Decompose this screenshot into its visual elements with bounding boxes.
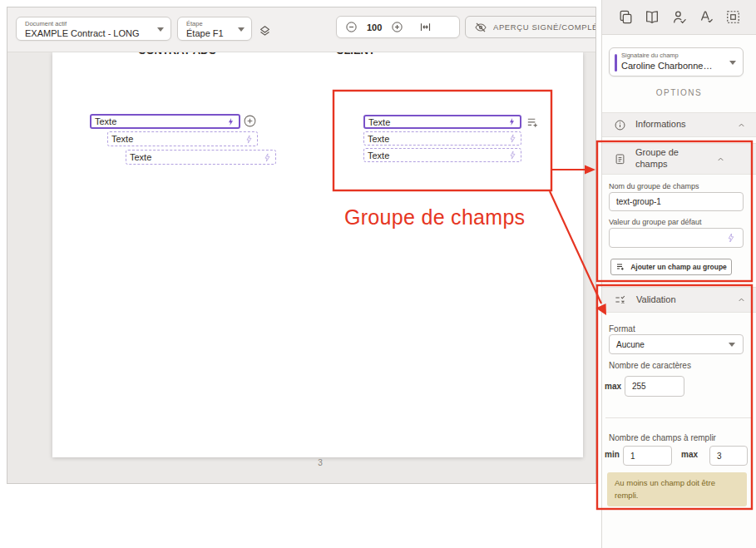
add-to-group-icon[interactable] — [526, 116, 540, 130]
zoom-out-icon[interactable] — [345, 21, 358, 33]
text-field-grouped[interactable]: Texte — [363, 148, 521, 162]
page-header-left: CONTRAT ADC — [138, 52, 216, 57]
copy-icon[interactable] — [618, 9, 634, 25]
text-field-label: Texte — [95, 116, 116, 126]
step-label: Étape — [186, 20, 233, 27]
text-field-grouped[interactable]: Texte — [363, 131, 521, 146]
document-canvas[interactable]: CONTRAT ADC CLIENT Texte Texte Texte — [7, 52, 595, 483]
fill-max-value: 3 — [717, 452, 722, 461]
informations-section-header[interactable]: Informations — [602, 112, 756, 137]
format-value: Aucune — [616, 340, 645, 349]
field-group-title: Groupe de champs — [635, 147, 707, 170]
fill-min-input[interactable]: 1 — [623, 446, 672, 466]
text-field-label: Texte — [368, 134, 389, 144]
informations-title: Informations — [635, 119, 728, 131]
active-document-label: Document actif — [25, 20, 152, 27]
lightning-icon — [245, 135, 254, 144]
text-field[interactable]: Texte — [90, 114, 240, 129]
field-group-section-header[interactable]: Groupe de champs — [602, 143, 756, 175]
info-icon — [614, 119, 626, 131]
chevron-up-icon — [716, 155, 725, 164]
chevron-down-icon — [238, 27, 245, 32]
step-value: Étape F1 — [186, 27, 233, 39]
page-header-right: CLIENT — [336, 52, 375, 57]
zoom-controls: 100 — [336, 16, 460, 38]
validation-section-header[interactable]: Validation — [602, 287, 756, 313]
char-max-input[interactable]: 255 — [625, 376, 684, 397]
format-label: Format — [609, 324, 635, 333]
group-default-label: Valeur du groupe par défaut — [609, 218, 701, 226]
validation-warning: Au moins un champ doit être rempli. — [607, 472, 747, 506]
signer-color-bar — [615, 54, 617, 72]
group-name-value: text-group-1 — [616, 197, 661, 206]
properties-sidebar: Signataire du champ Caroline Charbonne… … — [601, 0, 756, 548]
char-max-value: 255 — [632, 382, 646, 391]
lightning-icon — [226, 117, 235, 126]
sidebar-toolbar — [602, 0, 756, 35]
fill-min-value: 1 — [630, 452, 635, 461]
add-field-to-group-button[interactable]: Ajouter un champ au groupe — [610, 259, 732, 275]
text-field-label: Texte — [130, 152, 151, 162]
list-check-icon — [614, 294, 627, 306]
active-document-value: EXAMPLE Contract - LONG — [25, 27, 152, 39]
eye-off-icon — [474, 21, 487, 34]
signed-preview-button[interactable]: APERÇU SIGNÉ/COMPLÉ — [465, 16, 596, 38]
callout-label: Groupe de champs — [344, 205, 525, 230]
lightning-icon — [263, 153, 272, 162]
chevron-up-icon — [737, 121, 746, 130]
signer-label: Signataire du champ — [621, 52, 726, 60]
fill-max-input[interactable]: 3 — [709, 446, 748, 466]
text-field[interactable]: Texte — [107, 131, 258, 146]
group-name-label: Nom du groupe de champs — [609, 182, 699, 190]
text-field[interactable]: Texte — [126, 150, 276, 165]
chevron-down-icon — [729, 61, 736, 65]
editor-panel: Document actif EXAMPLE Contract - LONG É… — [7, 7, 596, 484]
add-field-to-group-label: Ajouter un champ au groupe — [630, 263, 727, 271]
text-field-label: Texte — [111, 134, 133, 144]
group-name-input[interactable]: text-group-1 — [609, 192, 744, 211]
lightning-icon — [726, 233, 736, 243]
char-count-label: Nombre de caractères — [609, 361, 691, 370]
fill-max-label: max — [681, 450, 698, 459]
signed-preview-label: APERÇU SIGNÉ/COMPLÉ — [493, 22, 596, 32]
chevron-down-icon — [157, 27, 164, 32]
options-header: OPTIONS — [602, 88, 756, 97]
add-field-icon[interactable] — [243, 114, 257, 128]
text-field-label: Texte — [368, 151, 389, 160]
field-signer-select[interactable]: Signataire du champ Caroline Charbonne… — [609, 47, 744, 77]
text-field-grouped[interactable]: Texte — [363, 115, 521, 129]
group-default-input[interactable] — [609, 228, 744, 248]
zoom-level: 100 — [367, 22, 382, 32]
char-max-label: max — [605, 382, 621, 391]
layers-icon[interactable] — [258, 24, 272, 38]
select-area-icon[interactable] — [725, 9, 741, 25]
chevron-up-icon — [737, 295, 746, 304]
lightning-icon — [508, 134, 517, 143]
person-check-icon[interactable] — [671, 9, 688, 25]
validation-title: Validation — [636, 294, 728, 306]
zoom-in-icon[interactable] — [391, 21, 403, 33]
fit-width-icon[interactable] — [419, 21, 432, 33]
chevron-down-icon — [729, 343, 735, 347]
list-plus-icon — [615, 262, 625, 272]
active-document-select[interactable]: Document actif EXAMPLE Contract - LONG — [16, 17, 171, 41]
page-number: 3 — [307, 458, 334, 467]
format-select[interactable]: Aucune — [609, 334, 744, 354]
document-page: CONTRAT ADC CLIENT Texte Texte Texte — [52, 52, 583, 457]
fill-count-label: Nombre de champs à remplir — [609, 433, 716, 442]
clipboard-icon — [614, 152, 626, 165]
text-field-label: Texte — [368, 117, 390, 127]
lightning-icon — [507, 117, 516, 126]
section-divider — [605, 417, 752, 418]
signer-value: Caroline Charbonne… — [621, 60, 726, 72]
book-open-icon[interactable] — [644, 9, 660, 25]
app-root: Document actif EXAMPLE Contract - LONG É… — [0, 0, 756, 548]
text-check-icon[interactable] — [698, 9, 714, 25]
fill-min-label: min — [605, 450, 620, 459]
lightning-icon — [508, 151, 517, 160]
step-select[interactable]: Étape Étape F1 — [177, 17, 252, 41]
